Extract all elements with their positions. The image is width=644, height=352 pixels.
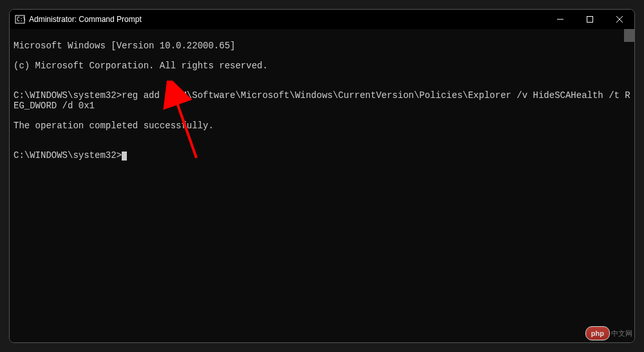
scrollbar-thumb[interactable] (624, 29, 634, 42)
result-line: The operation completed successfully. (14, 121, 630, 131)
terminal-output[interactable]: Microsoft Windows [Version 10.0.22000.65… (10, 29, 634, 342)
version-line: Microsoft Windows [Version 10.0.22000.65… (14, 41, 630, 51)
cursor (122, 152, 127, 161)
minimize-button[interactable] (545, 10, 575, 29)
copyright-line: (c) Microsoft Corporation. All rights re… (14, 61, 630, 71)
maximize-button[interactable] (575, 10, 605, 29)
svg-rect-3 (587, 17, 593, 23)
cmd-icon: C:\ (15, 14, 25, 24)
command-line-2: C:\WINDOWS\system32> (14, 151, 630, 161)
window-controls (545, 10, 634, 29)
command-line-1: C:\WINDOWS\system32>reg add HKLM\Softwar… (14, 91, 630, 111)
prompt-path: C:\WINDOWS\system32> (14, 90, 122, 101)
watermark: php 中文网 (585, 326, 632, 340)
command-prompt-window: C:\ Administrator: Command Prompt Micros… (9, 9, 635, 343)
svg-text:C:\: C:\ (17, 17, 25, 23)
titlebar[interactable]: C:\ Administrator: Command Prompt (10, 10, 634, 29)
close-button[interactable] (605, 10, 634, 29)
prompt-path: C:\WINDOWS\system32> (14, 150, 122, 161)
window-title: Administrator: Command Prompt (29, 15, 142, 24)
watermark-text: 中文网 (611, 329, 632, 338)
watermark-badge: php (585, 326, 610, 340)
